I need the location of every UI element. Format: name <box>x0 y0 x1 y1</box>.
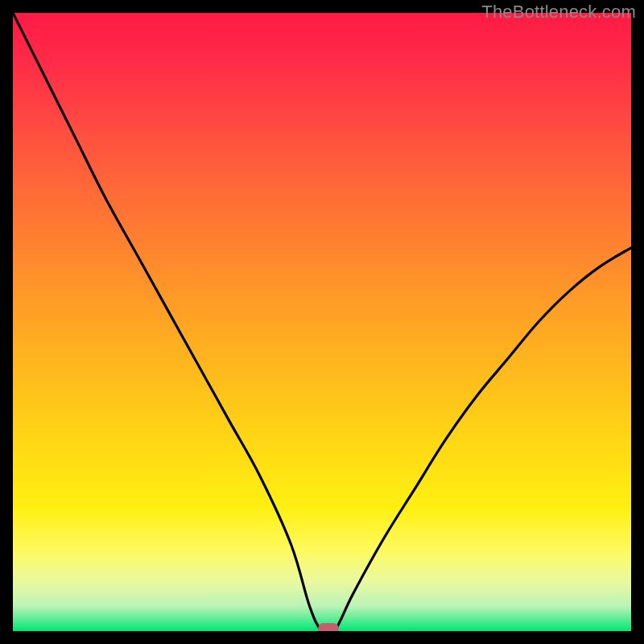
bottleneck-curve <box>13 13 631 631</box>
curve-layer <box>13 13 631 631</box>
optimal-point-marker <box>318 623 339 631</box>
chart-frame: TheBottleneck.com <box>0 0 644 644</box>
watermark-text: TheBottleneck.com <box>481 2 636 23</box>
plot-area <box>13 13 631 631</box>
